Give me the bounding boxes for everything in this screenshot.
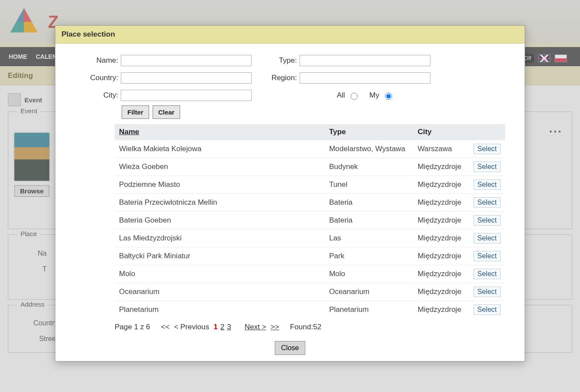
- table-row: OceanariumOceanariumMiędzyzdrojeSelect: [115, 283, 505, 301]
- clear-button[interactable]: Clear: [153, 105, 181, 119]
- close-button[interactable]: Close: [275, 341, 306, 355]
- cell-name: Bateria Przeciwlotnicza Mellin: [115, 194, 325, 212]
- table-row: Wielka Makieta KolejowaModelarstwo, Wyst…: [115, 140, 505, 158]
- cell-name: Wielka Makieta Kolejowa: [115, 140, 325, 158]
- table-row: PlanetariumPlanetariumMiędzyzdrojeSelect: [115, 301, 505, 319]
- filter-name-label: Name:: [73, 56, 121, 65]
- table-row: Bateria Przeciwlotnicza MellinBateriaMię…: [115, 194, 505, 212]
- results-table: Name Type City Wielka Makieta KolejowaMo…: [115, 124, 505, 318]
- filter-type-input[interactable]: [300, 55, 430, 66]
- filter-name-input[interactable]: [121, 55, 252, 66]
- filter-country-label: Country:: [73, 74, 121, 82]
- cell-city: Międzyzdroje: [413, 265, 469, 283]
- filter-scope-group: All My: [300, 91, 430, 100]
- filter-country-input[interactable]: [121, 72, 252, 84]
- cell-city: Warszawa: [413, 140, 469, 158]
- filter-city-label: City:: [73, 91, 121, 100]
- cell-name: Bateria Goeben: [115, 212, 325, 230]
- select-button[interactable]: Select: [474, 197, 501, 208]
- pager-page-3[interactable]: 3: [227, 323, 231, 331]
- cell-city: Międzyzdroje: [413, 176, 469, 194]
- cell-city: Międzyzdroje: [413, 301, 469, 319]
- table-row: Bateria GoebenBateriaMiędzyzdrojeSelect: [115, 212, 505, 230]
- pager-page-1: 1: [214, 323, 218, 331]
- cell-type: Bateria: [325, 212, 413, 230]
- pager-next[interactable]: Next >: [245, 323, 266, 331]
- filter-type-label: Type:: [252, 56, 300, 65]
- filter-region-label: Region:: [252, 74, 300, 82]
- cell-name: Oceanarium: [115, 283, 325, 301]
- select-button[interactable]: Select: [474, 233, 501, 243]
- col-type[interactable]: Type: [325, 124, 413, 140]
- place-selection-modal: Place selection Name: Type: Country: Reg…: [55, 25, 525, 362]
- cell-type: Modelarstwo, Wystawa: [325, 140, 413, 158]
- filter-all-label: All: [337, 91, 345, 100]
- pager-found: Found:52: [290, 323, 321, 331]
- select-button[interactable]: Select: [474, 144, 501, 154]
- pager-prev[interactable]: < Previous: [174, 323, 209, 331]
- cell-type: Planetarium: [325, 301, 413, 319]
- cell-type: Las: [325, 230, 413, 247]
- cell-type: Park: [325, 247, 413, 265]
- cell-city: Międzyzdroje: [413, 283, 469, 301]
- cell-name: Wieża Goeben: [115, 158, 325, 176]
- select-button[interactable]: Select: [474, 251, 501, 261]
- results-header-row: Name Type City: [115, 124, 505, 140]
- pager-first[interactable]: <<: [161, 323, 170, 331]
- filter-my-radio[interactable]: [385, 93, 392, 100]
- cell-name: Bałtycki Park Miniatur: [115, 247, 325, 265]
- filter-button[interactable]: Filter: [122, 105, 149, 119]
- table-row: MoloMoloMiędzyzdrojeSelect: [115, 265, 505, 283]
- filter-grid: Name: Type: Country: Region: City: All M…: [73, 55, 507, 101]
- table-row: Wieża GoebenBudynekMiędzyzdrojeSelect: [115, 158, 505, 176]
- pager-page-2[interactable]: 2: [220, 323, 224, 331]
- pager: Page 1 z 6 << < Previous 123 Next > >> F…: [115, 323, 507, 331]
- pager-last[interactable]: >>: [270, 323, 279, 331]
- cell-name: Las Miedzyzdrojski: [115, 230, 325, 247]
- cell-type: Bateria: [325, 194, 413, 212]
- filter-all-radio[interactable]: [351, 93, 358, 100]
- cell-city: Międzyzdroje: [413, 194, 469, 212]
- select-button[interactable]: Select: [474, 269, 501, 279]
- filter-city-input[interactable]: [121, 90, 252, 101]
- cell-type: Molo: [325, 265, 413, 283]
- table-row: Bałtycki Park MiniaturParkMiędzyzdrojeSe…: [115, 247, 505, 265]
- select-button[interactable]: Select: [474, 287, 501, 297]
- filter-button-row: Filter Clear: [122, 105, 507, 119]
- cell-name: Planetarium: [115, 301, 325, 319]
- cell-type: Oceanarium: [325, 283, 413, 301]
- table-row: Podziemne MiastoTunelMiędzyzdrojeSelect: [115, 176, 505, 194]
- cell-type: Budynek: [325, 158, 413, 176]
- filter-my-label: My: [369, 91, 379, 100]
- modal-body: Name: Type: Country: Region: City: All M…: [55, 44, 525, 361]
- select-button[interactable]: Select: [474, 304, 501, 315]
- select-button[interactable]: Select: [474, 162, 501, 172]
- cell-city: Międzyzdroje: [413, 158, 469, 176]
- col-name[interactable]: Name: [115, 124, 325, 140]
- cell-city: Międzyzdroje: [413, 212, 469, 230]
- select-button[interactable]: Select: [474, 215, 501, 226]
- cell-type: Tunel: [325, 176, 413, 194]
- col-city[interactable]: City: [413, 124, 469, 140]
- select-button[interactable]: Select: [474, 179, 501, 190]
- cell-name: Molo: [115, 265, 325, 283]
- pager-page-text: Page 1 z 6: [115, 323, 150, 331]
- table-row: Las MiedzyzdrojskiLasMiędzyzdrojeSelect: [115, 230, 505, 247]
- cell-name: Podziemne Miasto: [115, 176, 325, 194]
- cell-city: Międzyzdroje: [413, 247, 469, 265]
- filter-region-input[interactable]: [300, 72, 430, 84]
- cell-city: Międzyzdroje: [413, 230, 469, 247]
- modal-title: Place selection: [55, 26, 525, 44]
